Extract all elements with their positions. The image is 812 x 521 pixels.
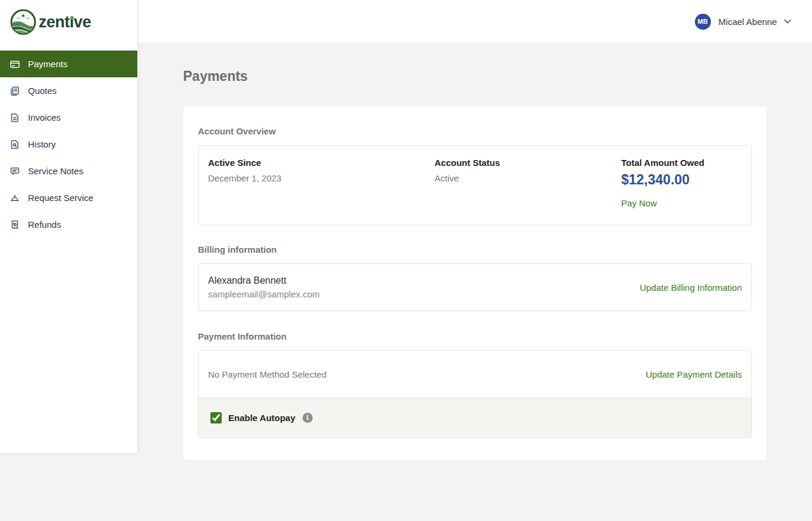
brand-wordmark-left: zent bbox=[39, 13, 70, 31]
update-payment-link[interactable]: Update Payment Details bbox=[646, 369, 742, 379]
update-billing-link[interactable]: Update Billing Information bbox=[640, 283, 742, 293]
sidebar-item-service-notes[interactable]: Service Notes bbox=[0, 158, 137, 184]
account-status-field: Account Status Active bbox=[435, 158, 500, 183]
autopay-label: Enable Autopay bbox=[228, 413, 295, 423]
pay-now-link[interactable]: Pay Now bbox=[621, 198, 657, 208]
sidebar-item-payments[interactable]: Payments bbox=[0, 51, 137, 77]
avatar[interactable]: MB bbox=[695, 14, 711, 30]
total-owed-field: Total Amount Owed $12,340.00 Pay Now bbox=[621, 158, 704, 209]
sidebar-item-quotes[interactable]: Quotes bbox=[0, 77, 137, 104]
main-content: Payments Account Overview Active Since D… bbox=[137, 43, 812, 521]
account-overview-title: Account Overview bbox=[198, 125, 752, 137]
account-status-label: Account Status bbox=[435, 158, 500, 168]
quotes-copy-icon bbox=[10, 86, 20, 96]
chevron-down-icon[interactable] bbox=[784, 19, 791, 24]
active-since-label: Active Since bbox=[208, 158, 281, 168]
sidebar-nav: Payments Quotes Invoices bbox=[0, 51, 137, 238]
brand-wordmark: zentıve bbox=[39, 8, 91, 36]
sidebar: zentıve Payments Quotes bbox=[0, 0, 137, 453]
active-since-value: December 1, 2023 bbox=[208, 173, 281, 183]
billing-name: Alexandra Bennett bbox=[208, 275, 320, 286]
sidebar-item-request-service[interactable]: Request Service bbox=[0, 184, 137, 211]
billing-contact: Alexandra Bennett sampleemail@samplex.co… bbox=[208, 275, 320, 299]
sidebar-item-label: Quotes bbox=[28, 86, 56, 96]
sidebar-item-label: History bbox=[28, 139, 56, 149]
invoice-document-icon bbox=[10, 112, 20, 123]
sidebar-item-label: Invoices bbox=[28, 112, 61, 123]
brand-wordmark-right: ve bbox=[74, 13, 91, 31]
sidebar-item-label: Request Service bbox=[28, 193, 93, 203]
brand-wordmark-i: ı bbox=[70, 8, 74, 36]
credit-card-icon bbox=[10, 59, 20, 70]
account-overview-panel: Active Since December 1, 2023 Account St… bbox=[198, 145, 752, 225]
total-owed-label: Total Amount Owed bbox=[621, 158, 704, 168]
info-icon[interactable] bbox=[303, 413, 313, 423]
payments-card: Account Overview Active Since December 1… bbox=[183, 106, 767, 460]
user-name: Micael Abenne bbox=[719, 17, 777, 27]
page-title: Payments bbox=[183, 68, 812, 84]
payment-method-row: No Payment Method Selected Update Paymen… bbox=[199, 351, 751, 397]
service-bell-icon bbox=[10, 193, 20, 203]
history-search-icon bbox=[10, 139, 20, 150]
payment-panel: No Payment Method Selected Update Paymen… bbox=[198, 350, 752, 438]
active-since-field: Active Since December 1, 2023 bbox=[208, 158, 281, 183]
total-owed-amount: $12,340.00 bbox=[621, 172, 704, 188]
billing-email: sampleemail@samplex.com bbox=[208, 289, 320, 299]
chat-notes-icon bbox=[10, 166, 20, 177]
billing-panel: Alexandra Bennett sampleemail@samplex.co… bbox=[198, 263, 752, 311]
sidebar-item-history[interactable]: History bbox=[0, 131, 137, 158]
refund-receipt-icon bbox=[10, 219, 20, 230]
sidebar-item-invoices[interactable]: Invoices bbox=[0, 104, 137, 131]
user-menu[interactable]: MB Micael Abenne bbox=[695, 14, 791, 30]
sidebar-item-label: Payments bbox=[28, 59, 68, 69]
brand-logo: zentıve bbox=[0, 0, 137, 43]
sidebar-item-label: Refunds bbox=[28, 219, 61, 230]
top-bar: MB Micael Abenne bbox=[137, 0, 812, 43]
account-status-value: Active bbox=[435, 173, 500, 183]
sidebar-item-refunds[interactable]: Refunds bbox=[0, 211, 137, 238]
sidebar-item-label: Service Notes bbox=[28, 166, 83, 176]
payment-section-title: Payment Information bbox=[198, 331, 752, 343]
billing-section-title: Billing information bbox=[198, 244, 752, 256]
brand-emblem-icon bbox=[10, 8, 37, 36]
payment-method-status: No Payment Method Selected bbox=[208, 369, 326, 379]
autopay-checkbox[interactable] bbox=[210, 412, 222, 423]
autopay-row: Enable Autopay bbox=[199, 397, 751, 437]
